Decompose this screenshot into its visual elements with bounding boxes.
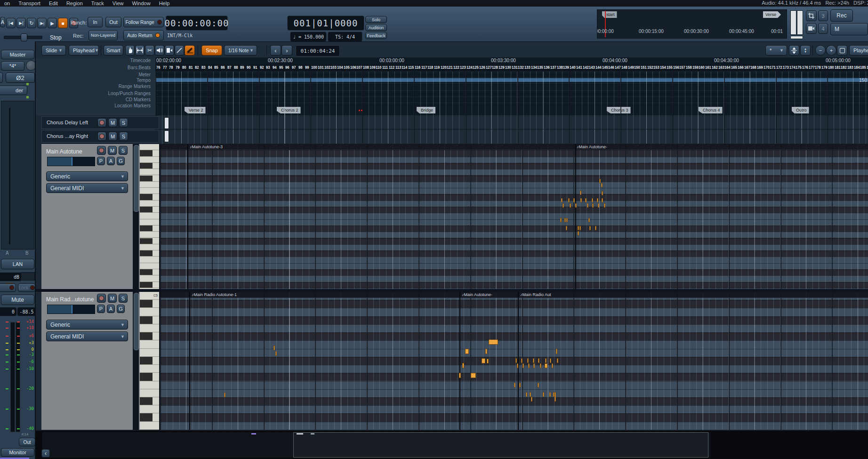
midi-note[interactable] [487, 359, 489, 363]
verse-marker-flag[interactable]: Verse [763, 11, 781, 18]
midi-note[interactable] [564, 218, 566, 222]
midi-note[interactable] [549, 392, 551, 397]
midi-note[interactable] [514, 383, 515, 387]
piano-key-black[interactable] [140, 269, 153, 275]
midi-note[interactable] [589, 226, 591, 230]
midi-note[interactable] [522, 363, 524, 368]
summary-back-button[interactable]: ‹ [41, 449, 50, 458]
piano-key-black[interactable] [140, 250, 153, 256]
track-name[interactable]: Chorus Delay Left [47, 120, 88, 125]
bus-lanes[interactable] [155, 115, 868, 144]
midi-note[interactable] [471, 373, 476, 378]
toolbar-clipped-button[interactable]: A [0, 17, 5, 27]
loop-button[interactable]: ↻ [27, 18, 36, 28]
audition-button[interactable]: Audition [365, 24, 387, 31]
piano-key-white[interactable] [140, 308, 159, 316]
midi-note[interactable] [566, 226, 567, 230]
piano-key-black[interactable] [140, 373, 153, 380]
midi-note[interactable] [579, 226, 581, 230]
nudge-back-button[interactable]: ‹ [270, 45, 281, 56]
midi-note[interactable] [273, 346, 275, 350]
group-4-button[interactable]: 4 [818, 23, 828, 34]
piano-key-black[interactable] [140, 150, 153, 156]
midi-note[interactable] [580, 191, 581, 195]
time-signature-button[interactable]: TS: 4/4 [328, 32, 362, 42]
stretch-tool-button[interactable] [165, 45, 174, 56]
midi-note[interactable] [533, 363, 535, 368]
piano-key-white[interactable] [140, 169, 159, 175]
piano-key-black[interactable] [140, 316, 153, 324]
midi-note[interactable] [560, 218, 562, 222]
edit-point-dropdown[interactable]: Playhead▼ [69, 45, 99, 56]
piano-key-black[interactable] [140, 413, 153, 421]
record-enable-button[interactable] [97, 146, 106, 155]
location-marker-chorus-2[interactable]: Chorus 2 [277, 107, 301, 113]
region-name[interactable]: ♪Main Autotune- [577, 144, 607, 150]
midi-note[interactable] [570, 203, 571, 208]
piano-key-white[interactable] [140, 263, 159, 269]
midi-note[interactable] [556, 349, 557, 354]
zoom-in-button[interactable]: + [826, 45, 836, 56]
region-name-bar[interactable] [160, 292, 868, 298]
feedback-button[interactable]: Feedback [365, 32, 387, 39]
trim-knob[interactable] [26, 60, 36, 71]
region-name[interactable]: ♪Main Autotune-3 [190, 144, 223, 150]
grid-unit-dropdown[interactable]: 1/16 Note▼ [224, 45, 257, 56]
location-markers-ruler[interactable]: Verse 2Chorus 2BridgeChorus 3Chorus 4Out… [155, 103, 868, 115]
piano-key-white[interactable] [140, 257, 159, 263]
midi-note[interactable] [528, 363, 530, 368]
patch-preset-dropdown[interactable]: Generic▼ [46, 171, 128, 181]
midi-note[interactable] [602, 191, 603, 195]
sync-source-label[interactable]: INT/M-Clk [167, 33, 193, 38]
mixer-page-button[interactable]: M [830, 23, 868, 35]
menu-item-view[interactable]: View [108, 0, 128, 7]
piano-key-white[interactable] [140, 201, 159, 207]
clipped-led-button[interactable] [0, 283, 16, 292]
cd-markers-ruler[interactable] [155, 97, 868, 103]
gain-fader[interactable] [47, 305, 95, 314]
primary-clock[interactable]: 00:00:00:00 [166, 16, 228, 31]
piano-key-white[interactable] [140, 365, 159, 373]
gain-display-left[interactable]: 0 [0, 307, 17, 316]
punch-in-button[interactable]: In [88, 17, 103, 27]
midi-note[interactable] [519, 383, 521, 387]
zoom-focus-dropdown[interactable]: *▼ [765, 45, 787, 56]
play-button[interactable]: ▶ [48, 18, 57, 28]
piano-key-black[interactable] [140, 225, 153, 231]
cut-tool-button[interactable]: ✂ [145, 45, 154, 56]
ruler-content[interactable]: 00:02:00:0000:02:30:0000:03:00:0000:03:3… [155, 57, 868, 115]
line-tool-button[interactable] [175, 45, 184, 56]
goto-end-button[interactable]: ▶| [16, 18, 26, 28]
midi-note[interactable] [521, 358, 522, 363]
record-enable-button[interactable] [97, 294, 106, 303]
group-3-button[interactable]: 3 [818, 10, 828, 21]
piano-key-white[interactable] [140, 324, 159, 332]
auto-return-button[interactable]: Auto Return [123, 30, 164, 40]
loop-punch-ruler[interactable] [155, 90, 868, 97]
midi-note[interactable] [595, 226, 596, 230]
midi-note[interactable] [592, 198, 593, 202]
db-display[interactable]: dB [0, 272, 22, 282]
midi-note[interactable] [526, 392, 527, 397]
mini-timeline[interactable]: start Verse 00:00:00:0000:00:15:0000:00:… [597, 9, 787, 39]
piano-keys-midi1[interactable] [140, 144, 160, 289]
menu-item-help[interactable]: Help [155, 0, 174, 7]
piano-key-white[interactable] [140, 422, 159, 430]
p-button[interactable]: P [97, 157, 105, 165]
region-name[interactable]: ♪Main Radio Aut [520, 292, 551, 298]
piano-key-black[interactable] [140, 176, 153, 181]
scroomer-midi2[interactable] [133, 292, 139, 430]
midi-note[interactable] [563, 203, 564, 208]
piano-key-black[interactable] [140, 300, 153, 307]
midi-note[interactable] [515, 358, 517, 363]
midi-device-dropdown[interactable]: General MIDI▼ [46, 331, 128, 341]
piano-key-black[interactable] [140, 357, 153, 364]
gain-display-right[interactable]: -88.5 [17, 307, 36, 316]
midi-note[interactable] [517, 363, 518, 368]
tempo-ruler[interactable]: 150 [155, 77, 868, 84]
rec-page-button[interactable]: Rec [830, 9, 853, 22]
stop-button[interactable]: ■ [58, 18, 68, 28]
piano-key-white[interactable] [140, 157, 159, 163]
location-marker-bridge[interactable]: Bridge [417, 107, 435, 113]
piano-key-black[interactable] [140, 194, 153, 200]
